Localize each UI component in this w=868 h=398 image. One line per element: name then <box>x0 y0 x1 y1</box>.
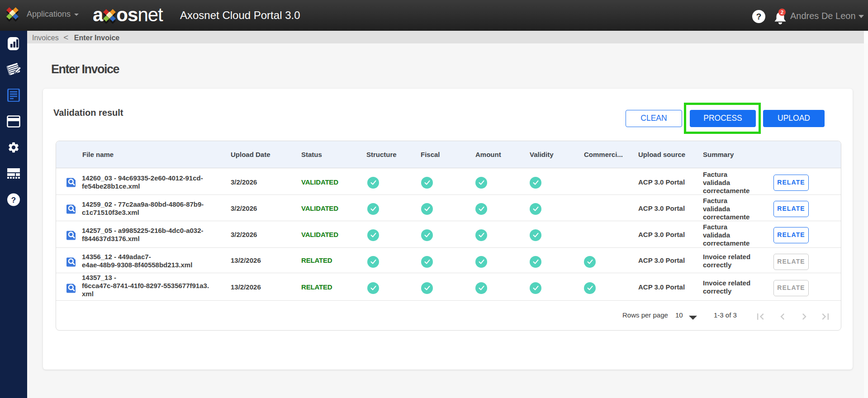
svg-text:?: ? <box>11 196 16 204</box>
